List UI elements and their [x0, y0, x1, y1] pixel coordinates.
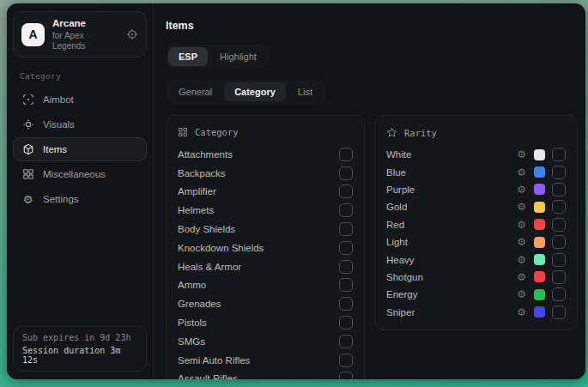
- aimbot-crosshair-icon: [21, 94, 34, 106]
- app-name: Arcane: [52, 18, 118, 29]
- checkbox-white[interactable]: [552, 148, 566, 161]
- mode-option-esp[interactable]: ESP: [168, 47, 208, 66]
- category-row-label: Grenades: [178, 299, 221, 309]
- checkbox-smgs[interactable]: [339, 335, 353, 348]
- tab-category[interactable]: Category: [224, 82, 286, 101]
- gear-icon[interactable]: ⚙: [517, 149, 526, 160]
- checkbox-blue[interactable]: [552, 166, 566, 179]
- checkbox-assault-rifles[interactable]: [339, 372, 353, 379]
- checkbox-heavy[interactable]: [552, 253, 566, 267]
- gear-icon[interactable]: ⚙: [517, 272, 526, 282]
- checkbox-grenades[interactable]: [339, 297, 353, 311]
- color-swatch-heavy[interactable]: [534, 254, 545, 265]
- sidebar-item-aimbot[interactable]: Aimbot: [13, 88, 147, 112]
- app-subtitle: for Apex Legends: [52, 31, 118, 51]
- color-swatch-blue[interactable]: [534, 166, 545, 178]
- rarity-row-label: Heavy: [386, 255, 517, 265]
- checkbox-heals-armor[interactable]: [339, 260, 353, 274]
- subscription-card: Sub expires in 9d 23h Session duration 3…: [13, 326, 147, 372]
- color-swatch-white[interactable]: [534, 149, 545, 160]
- sidebar-item-settings[interactable]: ⚙Settings: [13, 187, 147, 211]
- rarity-row-heavy: Heavy⚙: [386, 251, 566, 268]
- category-row-label: Knockdown Shields: [178, 243, 264, 253]
- rarity-row-shotgun: Shotgun⚙: [386, 269, 566, 286]
- category-list: AttachmentsBackpacksAmplifierHelmetsBody…: [178, 145, 353, 379]
- color-swatch-sniper[interactable]: [534, 306, 545, 317]
- category-row-label: Helmets: [178, 205, 214, 215]
- category-row-label: SMGs: [178, 336, 205, 347]
- checkbox-red[interactable]: [552, 218, 566, 232]
- checkbox-shotgun[interactable]: [552, 270, 566, 284]
- category-row-semi-auto-rifles: Semi Auto Rifles: [178, 351, 353, 370]
- checkbox-semi-auto-rifles[interactable]: [339, 354, 353, 367]
- category-row-label: Semi Auto Rifles: [178, 355, 250, 366]
- gear-icon[interactable]: ⚙: [517, 255, 526, 265]
- gear-icon[interactable]: ⚙: [517, 184, 526, 195]
- gear-icon[interactable]: ⚙: [517, 307, 526, 317]
- rarity-row-white: White⚙: [386, 146, 566, 163]
- gear-icon[interactable]: ⚙: [517, 220, 526, 230]
- category-row-label: Backpacks: [178, 168, 226, 178]
- checkbox-body-shields[interactable]: [339, 222, 353, 236]
- gear-icon[interactable]: ⚙: [517, 202, 526, 212]
- mode-option-highlight[interactable]: Highlight: [209, 47, 267, 66]
- tab-list[interactable]: List: [288, 82, 323, 101]
- color-swatch-gold[interactable]: [534, 202, 545, 213]
- checkbox-purple[interactable]: [552, 183, 566, 197]
- rarity-row-blue: Blue⚙: [386, 163, 566, 180]
- gear-icon[interactable]: ⚙: [517, 167, 526, 178]
- checkbox-pistols[interactable]: [339, 316, 353, 330]
- sidebar-item-visuals[interactable]: Visuals: [13, 112, 147, 136]
- checkbox-attachments[interactable]: [339, 148, 353, 161]
- gear-icon[interactable]: ⚙: [517, 237, 526, 247]
- page-title: Items: [166, 20, 578, 32]
- checkbox-ammo[interactable]: [339, 278, 353, 292]
- rarity-row-label: Purple: [386, 184, 517, 195]
- sub-expiry-text: Sub expires in 9d 23h: [22, 333, 137, 342]
- sidebar-item-miscellaneous[interactable]: Miscellaneous: [13, 162, 147, 186]
- checkbox-gold[interactable]: [552, 200, 566, 214]
- checkbox-amplifier[interactable]: [339, 184, 353, 198]
- checkbox-knockdown-shields[interactable]: [339, 241, 353, 255]
- items-box-icon: [21, 143, 34, 156]
- category-row-smgs: SMGs: [178, 332, 353, 351]
- category-row-body-shields: Body Shields: [178, 220, 353, 239]
- app-logo: A: [21, 23, 45, 46]
- tab-general[interactable]: General: [168, 82, 222, 101]
- rarity-row-label: Shotgun: [386, 272, 517, 282]
- sidebar-nav: AimbotVisualsItemsMiscellaneous⚙Settings: [7, 88, 153, 211]
- sidebar-item-items[interactable]: Items: [13, 137, 147, 161]
- target-icon[interactable]: [126, 28, 138, 40]
- category-row-label: Pistols: [178, 317, 207, 328]
- checkbox-energy[interactable]: [552, 287, 566, 301]
- category-panel-header: Category: [178, 127, 353, 137]
- rarity-panel: Rarity White⚙Blue⚙Purple⚙Gold⚙Red⚙Light⚙…: [374, 115, 578, 330]
- rarity-row-energy: Energy⚙: [386, 286, 566, 303]
- settings-gear-icon: ⚙: [21, 193, 34, 206]
- category-row-label: Body Shields: [178, 224, 235, 234]
- checkbox-light[interactable]: [552, 235, 566, 249]
- sidebar-item-label: Miscellaneous: [43, 169, 106, 179]
- color-swatch-light[interactable]: [534, 237, 545, 248]
- color-swatch-energy[interactable]: [534, 289, 545, 300]
- category-panel: Category AttachmentsBackpacksAmplifierHe…: [166, 115, 365, 379]
- sidebar-section-label: Category: [20, 71, 140, 81]
- main-content: Items ESP Highlight General Category Lis…: [154, 3, 585, 379]
- rarity-panel-header: Rarity: [386, 127, 566, 138]
- sidebar-item-label: Settings: [43, 194, 79, 204]
- rarity-row-purple: Purple⚙: [386, 181, 566, 198]
- visuals-focus-icon: [21, 118, 34, 131]
- category-row-label: Ammo: [178, 280, 206, 290]
- checkbox-backpacks[interactable]: [339, 166, 353, 180]
- checkbox-sniper[interactable]: [552, 305, 566, 319]
- checkbox-helmets[interactable]: [339, 203, 353, 217]
- category-row-label: Attachments: [178, 149, 233, 160]
- color-swatch-shotgun[interactable]: [534, 271, 545, 282]
- color-swatch-red[interactable]: [534, 219, 545, 230]
- category-row-backpacks: Backpacks: [178, 164, 353, 183]
- category-row-amplifier: Amplifier: [178, 183, 353, 202]
- category-row-pistols: Pistols: [178, 313, 353, 332]
- rarity-row-label: Sniper: [386, 307, 517, 317]
- color-swatch-purple[interactable]: [534, 184, 545, 195]
- gear-icon[interactable]: ⚙: [517, 289, 526, 299]
